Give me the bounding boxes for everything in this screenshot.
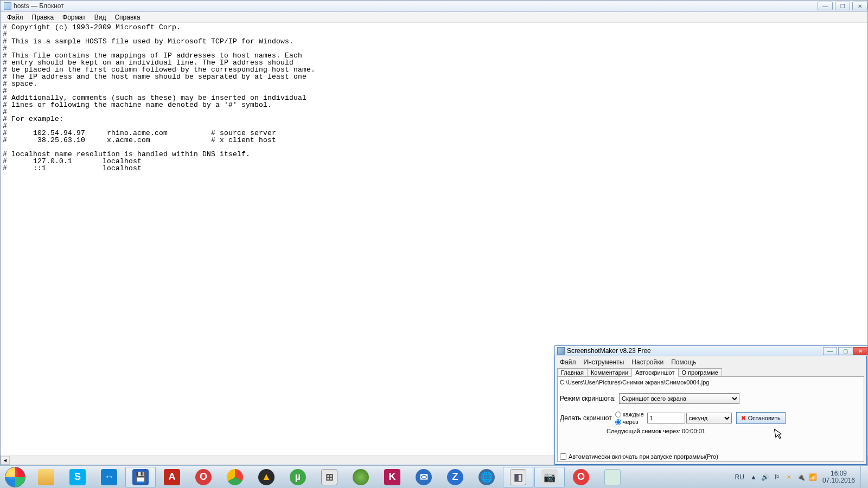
menu-view[interactable]: Вид <box>90 12 111 22</box>
opera2-icon: O <box>573 469 589 485</box>
tb-screenshotmaker[interactable]: 📷 <box>534 467 565 487</box>
camera-icon: 📷 <box>541 469 558 485</box>
tb-k[interactable]: K <box>377 467 407 487</box>
skype-icon: S <box>69 469 86 485</box>
z-icon: Z <box>447 469 463 485</box>
notepad-titlebar[interactable]: hosts — Блокнот — ❐ ✕ <box>1 1 867 12</box>
ssm-unit-select[interactable]: секунд <box>686 413 732 423</box>
ssm-menu-settings[interactable]: Настройки <box>628 358 667 367</box>
menu-file[interactable]: Файл <box>3 12 28 22</box>
notepad-menubar: Файл Правка Формат Вид Справка <box>1 12 867 23</box>
tb-globe[interactable]: 🌐 <box>471 467 502 487</box>
tb-explorer[interactable] <box>31 467 61 487</box>
notepad-icon <box>4 2 11 10</box>
tray-clock[interactable]: 16:09 07.10.2016 <box>819 470 858 484</box>
windows-orb-icon <box>5 467 25 487</box>
ssm-mode-select[interactable]: Скриншот всего экрана <box>619 393 739 404</box>
tb-doc[interactable] <box>597 467 628 487</box>
ssm-menu-help[interactable]: Помощь <box>667 358 700 367</box>
tray-language[interactable]: RU <box>732 471 748 483</box>
menu-edit[interactable]: Правка <box>28 12 59 22</box>
utorrent-icon: µ <box>290 469 306 485</box>
taskbar: S ↔ 💾 A O ▲ µ ⊞ K ✉ Z 🌐 ◧ 📷 O RU ▲ 🔊 🏳 ☀… <box>0 465 868 488</box>
folder-icon <box>38 469 54 485</box>
tb-chrome[interactable] <box>220 467 250 487</box>
tray-plug-icon[interactable]: 🔌 <box>796 472 806 482</box>
ssm-make-label: Делать скриншот <box>560 414 612 422</box>
green-orb-icon <box>353 469 369 485</box>
close-button[interactable]: ✕ <box>852 2 867 10</box>
menu-help[interactable]: Справка <box>110 12 144 22</box>
tab-about[interactable]: О программе <box>678 368 722 377</box>
stop-x-icon: ✖ <box>741 415 746 422</box>
ssm-menubar: Файл Инструменты Настройки Помощь <box>556 357 865 367</box>
tb-opera2[interactable]: O <box>566 467 596 487</box>
ssm-autostart-checkbox[interactable]: Автоматически включать при запуске прогр… <box>560 453 718 460</box>
tray-volume-icon[interactable]: 🔊 <box>761 472 770 482</box>
ssm-title-text: ScreenshotMaker v8.23 Free <box>567 347 651 355</box>
menu-format[interactable]: Формат <box>58 12 90 22</box>
tb-z[interactable]: Z <box>440 467 470 487</box>
ssm-save-path: C:\Users\User\Pictures\Снимки экрана\Сни… <box>560 379 709 386</box>
scroll-left-icon[interactable]: ◄ <box>1 456 10 465</box>
radio-every[interactable]: каждые <box>615 410 644 418</box>
screenshotmaker-window: ScreenshotMaker v8.23 Free — ▢ ✕ Файл Ин… <box>554 345 867 465</box>
ssm-next-countdown: Следующий снимок через: 00:00:01 <box>607 428 705 434</box>
ssm-menu-file[interactable]: Файл <box>556 358 580 367</box>
tb-aimp[interactable]: ▲ <box>251 467 282 487</box>
ssm-interval-radios: каждые через <box>615 410 644 426</box>
window-icon: ◧ <box>510 469 526 485</box>
system-tray: RU ▲ 🔊 🏳 ☀ 🔌 📶 16:09 07.10.2016 <box>732 466 868 489</box>
tab-comments[interactable]: Комментарии <box>587 368 632 377</box>
tb-green[interactable] <box>346 467 376 487</box>
notepad-title-text: hosts — Блокнот <box>14 2 64 10</box>
calc-icon: ⊞ <box>321 469 337 485</box>
aimp-icon: ▲ <box>258 469 275 485</box>
ssm-mode-label: Режим скриншота: <box>560 395 616 402</box>
doc-icon <box>604 469 621 485</box>
ssm-titlebar[interactable]: ScreenshotMaker v8.23 Free — ▢ ✕ <box>554 345 868 356</box>
ssm-close-button[interactable]: ✕ <box>853 347 867 355</box>
chrome-icon <box>227 469 243 485</box>
tb-acrobat[interactable]: A <box>157 467 187 487</box>
tray-up-icon[interactable]: ▲ <box>749 472 758 482</box>
tab-autoscreenshot[interactable]: Автоскриншот <box>631 368 678 377</box>
tb-skype[interactable]: S <box>62 467 93 487</box>
ssm-interval-input[interactable] <box>647 413 685 423</box>
ssm-tabpane: C:\Users\User\Pictures\Снимки экрана\Сни… <box>557 376 864 462</box>
tb-window[interactable]: ◧ <box>503 467 533 487</box>
ssm-autostart-input[interactable] <box>560 453 566 460</box>
ssm-minimize-button[interactable]: — <box>823 347 837 355</box>
ssm-stop-button[interactable]: ✖ Остановить <box>736 412 786 424</box>
tray-flag-icon[interactable]: 🏳 <box>773 472 782 482</box>
radio-after[interactable]: через <box>615 418 644 426</box>
ssm-tabs: Главная Комментарии Автоскриншот О прогр… <box>557 368 722 377</box>
maximize-button[interactable]: ❐ <box>835 2 850 10</box>
tb-calc[interactable]: ⊞ <box>314 467 344 487</box>
tb-thunderbird[interactable]: ✉ <box>409 467 439 487</box>
tray-network-icon[interactable]: 📶 <box>808 472 818 482</box>
tb-notepad[interactable]: 💾 <box>125 467 156 487</box>
acrobat-icon: A <box>164 469 180 485</box>
ssm-menu-tools[interactable]: Инструменты <box>580 358 628 367</box>
tb-teamviewer[interactable]: ↔ <box>94 467 124 487</box>
globe-icon: 🌐 <box>478 469 495 485</box>
tab-main[interactable]: Главная <box>557 368 588 377</box>
tb-utorrent[interactable]: µ <box>283 467 313 487</box>
tb-opera[interactable]: O <box>188 467 219 487</box>
ssm-app-icon <box>557 347 565 355</box>
taskbar-apps: S ↔ 💾 A O ▲ µ ⊞ K ✉ Z 🌐 ◧ 📷 O <box>30 466 628 489</box>
minimize-button[interactable]: — <box>818 2 833 10</box>
thunderbird-icon: ✉ <box>416 469 432 485</box>
opera-icon: O <box>195 469 212 485</box>
save-disk-icon: 💾 <box>132 469 149 485</box>
tray-sun-icon[interactable]: ☀ <box>784 472 794 482</box>
start-button[interactable] <box>0 466 30 489</box>
ssm-maximize-button[interactable]: ▢ <box>838 347 852 355</box>
teamviewer-icon: ↔ <box>101 469 117 485</box>
notepad-content: # Copyright (c) 1993-2009 Microsoft Corp… <box>1 23 867 173</box>
show-desktop-button[interactable] <box>860 466 866 488</box>
k-icon: K <box>384 469 400 485</box>
